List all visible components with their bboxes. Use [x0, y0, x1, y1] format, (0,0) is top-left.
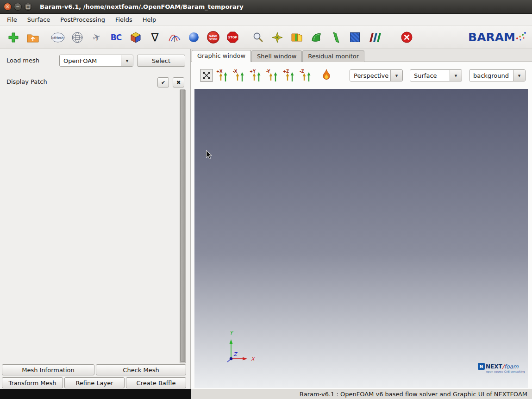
select-mesh-button[interactable]: Select [137, 55, 185, 67]
nextfoam-logo-foam: foam [504, 363, 519, 370]
menu-bar: File Surface PostProcessing Fields Help [0, 14, 532, 26]
nextfoam-logo: N NEXT / foam open source CAE consulting [478, 363, 525, 373]
view-plus-y-button[interactable]: +Y [249, 68, 264, 83]
clip-plane-icon[interactable] [328, 29, 343, 46]
view-minus-x-button[interactable]: -X [232, 68, 247, 83]
triad-x-label: X [251, 356, 256, 362]
tab-graphic-window[interactable]: Graphic window [192, 50, 251, 62]
tab-shell-window[interactable]: Shell window [251, 50, 302, 62]
mesh-cube-icon[interactable] [128, 29, 143, 46]
mesh-format-value: OpenFOAM [60, 55, 121, 66]
baram-logo-dots [515, 30, 526, 42]
projection-value: Perspective [350, 70, 390, 81]
menu-postprocessing[interactable]: PostProcessing [55, 14, 110, 25]
menu-fields[interactable]: Fields [110, 14, 138, 25]
view-minus-z-button[interactable]: -Z [299, 68, 314, 83]
menu-help[interactable]: Help [138, 14, 162, 25]
projection-dropdown-icon[interactable]: ▾ [390, 70, 402, 81]
nabla-glyph: ∇ [151, 32, 158, 43]
cfmesh-label: cfMesh [52, 36, 63, 40]
triad-z-label: Z [233, 351, 238, 357]
slice-icon[interactable] [289, 29, 304, 46]
menu-surface[interactable]: Surface [22, 14, 56, 25]
minus-x-label: -X [233, 69, 238, 74]
baram-logo-text: BARAM [468, 30, 515, 45]
window-close-button[interactable]: × [4, 3, 12, 11]
open-case-folder-icon[interactable] [25, 29, 40, 46]
title-bar: × − □ Baram-v6.1, /home/nextfoam/.OpenFO… [0, 0, 532, 14]
nextfoam-logo-tagline: open source CAE consulting [486, 370, 525, 373]
stop-label: STOP [228, 36, 238, 39]
aircraft-icon[interactable]: ✈ [89, 29, 104, 46]
mesh-format-dropdown-icon[interactable]: ▾ [121, 55, 133, 66]
plus-y-label: +Y [250, 69, 256, 74]
sphere-glyph [189, 32, 199, 42]
plane-probe-icon[interactable] [269, 29, 285, 46]
patch-list-scrollbar[interactable] [180, 89, 186, 363]
save-stop-badge: SAVE STOP [207, 31, 219, 44]
minus-y-label: -Y [266, 69, 270, 74]
view-plus-z-button[interactable]: +Z [282, 68, 297, 83]
uncheck-all-patches-button[interactable]: ✖ [173, 77, 184, 87]
nextfoam-logo-mark: N [478, 363, 485, 370]
quit-icon[interactable] [399, 29, 414, 46]
menu-file[interactable]: File [2, 14, 22, 25]
sphere-icon[interactable] [186, 29, 201, 46]
view-tab-bar: Graphic window Shell window Residual mon… [191, 49, 532, 62]
projection-combobox[interactable]: Perspective ▾ [350, 69, 403, 81]
contour-plot-icon[interactable] [167, 29, 182, 46]
viewport-frame: Y X Z N NEXT / foam [191, 89, 532, 389]
main-area: Load mesh OpenFOAM ▾ Select Display Patc… [0, 49, 532, 389]
status-bar: Baram-v6.1 : OpenFOAM v6 based flow solv… [0, 389, 532, 399]
stop-icon[interactable]: STOP [225, 29, 240, 46]
check-mesh-button[interactable]: Check Mesh [96, 364, 186, 375]
baram-logo: BARAM [468, 30, 526, 45]
save-stop-icon[interactable]: SAVE STOP [206, 29, 221, 46]
new-case-icon[interactable] [6, 29, 21, 46]
window-maximize-button[interactable]: □ [24, 3, 32, 11]
display-patch-label: Display Patch [6, 78, 47, 85]
texture-glyph [350, 32, 360, 42]
triad-y-label: Y [230, 330, 234, 336]
tab-residual-monitor[interactable]: Residual monitor [302, 50, 364, 62]
save-stop-line2: STOP [209, 37, 218, 41]
main-toolbar: cfMesh ✈ BC ∇ [0, 26, 532, 49]
mesh-format-combobox[interactable]: OpenFOAM ▾ [59, 55, 133, 67]
nabla-icon[interactable]: ∇ [147, 29, 163, 46]
fit-view-button[interactable] [200, 69, 213, 82]
window-minimize-button[interactable]: − [14, 3, 22, 11]
rotate-view-button[interactable] [319, 69, 333, 82]
transform-mesh-button[interactable]: Transform Mesh [2, 377, 63, 388]
view-plus-x-button[interactable]: +X [216, 68, 231, 83]
background-dropdown-icon[interactable]: ▾ [513, 70, 525, 81]
color-bars-icon[interactable] [367, 29, 382, 46]
mesh-information-button[interactable]: Mesh Information [2, 364, 94, 375]
boundary-condition-icon[interactable]: BC [108, 29, 124, 46]
background-combobox[interactable]: background ▾ [469, 69, 526, 81]
view-panel: Graphic window Shell window Residual mon… [191, 49, 532, 389]
render-mode-dropdown-icon[interactable]: ▾ [450, 70, 462, 81]
shell-surface-icon[interactable] [308, 29, 324, 46]
mouse-cursor [206, 150, 213, 160]
refine-layer-button[interactable]: Refine Layer [64, 377, 125, 388]
create-baffle-button[interactable]: Create Baffle [126, 377, 186, 388]
cfmesh-icon[interactable]: cfMesh [50, 29, 65, 46]
zoom-icon[interactable] [250, 29, 265, 46]
texture-icon[interactable] [347, 29, 363, 46]
graphic-viewport[interactable]: Y X Z N NEXT / foam [194, 89, 528, 388]
load-mesh-label: Load mesh [6, 57, 39, 64]
save-stop-line1: SAVE [209, 34, 217, 37]
plus-x-label: +X [216, 69, 223, 74]
view-minus-y-button[interactable]: -Y [266, 68, 281, 83]
minus-z-label: -Z [300, 69, 304, 74]
viewport-toolbar: +X -X [191, 62, 532, 89]
check-all-patches-button[interactable]: ✔ [157, 77, 169, 87]
aircraft-glyph: ✈ [91, 31, 102, 44]
render-mode-combobox[interactable]: Surface ▾ [410, 69, 462, 81]
bc-label: BC [111, 33, 121, 42]
patch-list-scrollbar-thumb[interactable] [180, 90, 185, 362]
status-bar-left [0, 389, 191, 399]
flame-icon [321, 69, 332, 82]
render-mode-value: Surface [410, 70, 450, 81]
wireframe-sphere-icon[interactable] [69, 29, 85, 46]
